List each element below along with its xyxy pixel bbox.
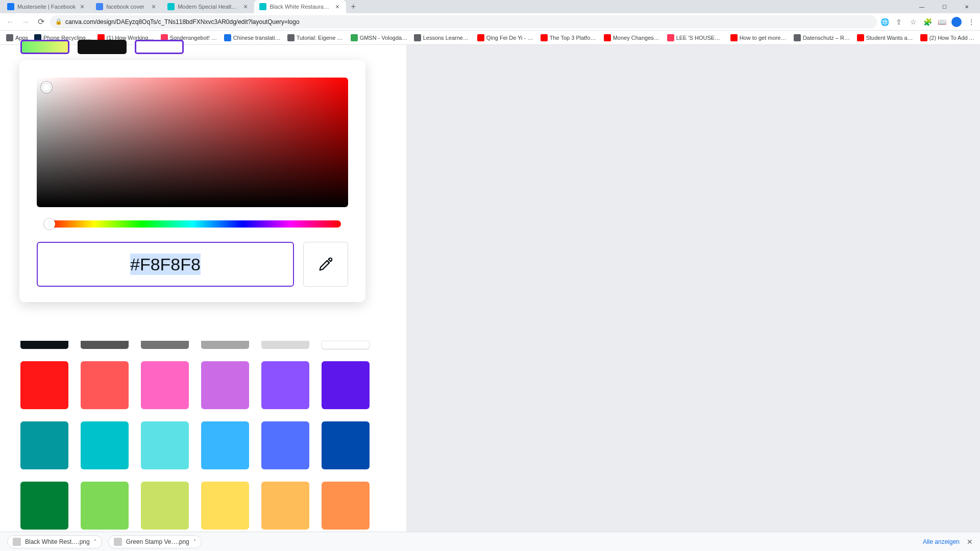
color-swatch[interactable] — [201, 361, 249, 409]
bookmark-item[interactable]: Student Wants an… — [855, 33, 916, 42]
design-canvas[interactable] — [406, 45, 980, 532]
color-row — [20, 361, 370, 409]
default-colors — [20, 341, 370, 542]
hex-input[interactable]: #F8F8F8 — [38, 255, 293, 274]
bookmark-favicon — [414, 34, 421, 41]
sv-thumb[interactable] — [41, 82, 52, 93]
bookmark-star-icon[interactable]: ☆ — [909, 17, 918, 27]
tab-title: Musterseite | Facebook — [17, 4, 76, 10]
close-shelf-icon[interactable]: ✕ — [967, 538, 973, 546]
reading-list-icon[interactable]: 📖 — [937, 17, 946, 27]
hue-slider[interactable] — [44, 220, 341, 228]
tab-favicon — [7, 3, 14, 10]
color-swatch[interactable] — [261, 361, 309, 409]
color-panel: #F8F8F8 — [0, 45, 406, 532]
close-icon[interactable]: × — [150, 3, 157, 10]
color-swatch[interactable] — [141, 341, 189, 349]
address-bar: ← → ⟳ 🔒 canva.com/design/DAEyzq8OqTs/c_T… — [0, 13, 980, 31]
hex-input-wrapper[interactable]: #F8F8F8 — [37, 242, 294, 287]
browser-tab-active[interactable]: Black White Restaurant Typo… × — [254, 0, 346, 13]
eyedropper-icon — [317, 256, 334, 273]
forward-button[interactable]: → — [19, 16, 32, 28]
reload-button[interactable]: ⟳ — [35, 16, 47, 28]
color-swatch[interactable] — [201, 421, 249, 469]
tab-favicon — [259, 3, 266, 10]
color-swatch[interactable] — [20, 341, 68, 349]
color-row — [20, 421, 370, 469]
hue-thumb[interactable] — [44, 218, 55, 230]
profile-avatar[interactable] — [951, 17, 962, 27]
color-swatch[interactable] — [81, 421, 129, 469]
minimize-button[interactable]: — — [911, 0, 933, 13]
eyedropper-button[interactable] — [303, 242, 348, 287]
browser-tab[interactable]: Modern Special Healthy Food × — [162, 0, 254, 13]
browser-tab-strip: Musterseite | Facebook × facebook cover … — [0, 0, 980, 13]
url-input[interactable]: 🔒 canva.com/design/DAEyzq8OqTs/c_TNs118b… — [50, 15, 877, 29]
share-icon[interactable]: ⇪ — [894, 17, 903, 27]
color-swatch[interactable] — [141, 361, 189, 409]
bookmark-favicon — [541, 34, 548, 41]
close-icon[interactable]: × — [334, 3, 341, 10]
recent-color-chip[interactable] — [20, 40, 69, 54]
tab-title: facebook cover — [106, 4, 147, 10]
bookmark-favicon — [477, 34, 484, 41]
extensions-icon[interactable]: 🧩 — [923, 17, 932, 27]
download-filename: Green Stamp Ve….png — [126, 538, 189, 545]
close-icon[interactable]: × — [79, 3, 86, 10]
browser-tab[interactable]: Musterseite | Facebook × — [2, 0, 91, 13]
url-text: canva.com/design/DAEyzq8OqTs/c_TNs118bdF… — [65, 18, 872, 26]
back-button[interactable]: ← — [4, 16, 16, 28]
bookmark-item[interactable]: LEE 'S HOUSE—… — [665, 33, 726, 42]
recent-color-chip[interactable] — [78, 40, 127, 54]
color-swatch[interactable] — [322, 361, 370, 409]
color-swatch[interactable] — [141, 421, 189, 469]
recent-colors-row — [0, 40, 406, 54]
color-swatch[interactable] — [20, 361, 68, 409]
translate-icon[interactable]: 🌐 — [880, 17, 889, 27]
color-swatch[interactable] — [322, 341, 370, 349]
bookmark-item[interactable]: How to get more v… — [728, 33, 790, 42]
color-swatch[interactable] — [261, 482, 309, 530]
saturation-value-panel[interactable] — [37, 78, 348, 207]
gray-row — [20, 341, 370, 349]
close-icon[interactable]: × — [242, 3, 249, 10]
chevron-up-icon[interactable]: ˄ — [193, 539, 196, 544]
browser-tab[interactable]: facebook cover × — [91, 0, 162, 13]
canva-app: #F8F8F8 — [0, 45, 980, 532]
bookmark-item[interactable]: (2) How To Add A… — [918, 33, 979, 42]
maximize-button[interactable]: ☐ — [933, 0, 955, 13]
recent-color-chip-selected[interactable] — [135, 40, 184, 54]
file-thumb-icon — [114, 538, 122, 546]
color-swatch[interactable] — [322, 482, 370, 530]
hex-value-selected: #F8F8F8 — [130, 254, 201, 275]
download-filename: Black White Rest….png — [25, 538, 90, 545]
show-all-downloads[interactable]: Alle anzeigen — [923, 538, 960, 545]
download-item[interactable]: Black White Rest….png ˄ — [7, 535, 102, 548]
menu-icon[interactable]: ⋮ — [967, 17, 976, 27]
bookmark-favicon — [794, 34, 801, 41]
color-swatch[interactable] — [81, 341, 129, 349]
color-swatch[interactable] — [81, 361, 129, 409]
color-swatch[interactable] — [322, 421, 370, 469]
color-swatch[interactable] — [20, 421, 68, 469]
chevron-up-icon[interactable]: ˄ — [94, 539, 96, 544]
window-controls: — ☐ ✕ — [911, 0, 978, 13]
close-window-button[interactable]: ✕ — [955, 0, 978, 13]
bookmark-item[interactable]: The Top 3 Platfor… — [538, 33, 600, 42]
color-swatch[interactable] — [261, 421, 309, 469]
bookmark-item[interactable]: Qing Fei De Yi - Y… — [475, 33, 536, 42]
bookmark-favicon — [730, 34, 738, 41]
color-swatch[interactable] — [261, 341, 309, 349]
color-swatch[interactable] — [81, 482, 129, 530]
bookmark-item[interactable]: Money Changes E… — [602, 33, 663, 42]
color-swatch[interactable] — [20, 482, 68, 530]
download-item[interactable]: Green Stamp Ve….png ˄ — [108, 535, 202, 548]
tab-title: Modern Special Healthy Food — [178, 4, 239, 10]
color-swatch[interactable] — [201, 482, 249, 530]
new-tab-button[interactable]: + — [346, 0, 360, 13]
color-swatch[interactable] — [201, 341, 249, 349]
color-swatch[interactable] — [141, 482, 189, 530]
bookmark-item[interactable]: Datenschutz – Re… — [792, 33, 853, 42]
bookmark-item[interactable]: Lessons Learned f… — [412, 33, 473, 42]
lock-icon: 🔒 — [55, 18, 62, 25]
